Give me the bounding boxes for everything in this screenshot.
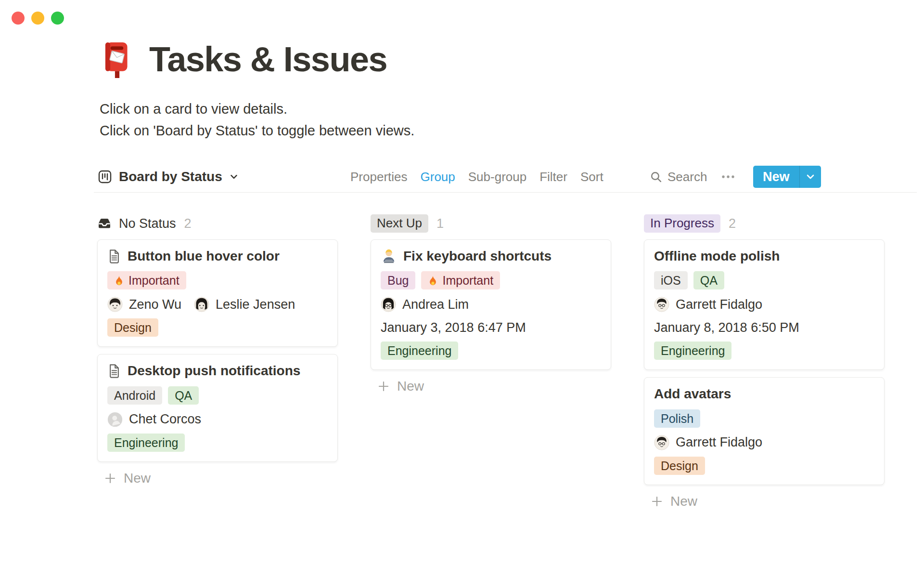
window-controls [12, 12, 64, 25]
person-name: Leslie Jensen [216, 297, 295, 312]
description-line: Click on 'Board by Status' to toggle bet… [100, 120, 414, 142]
view-switcher-board-by-status[interactable]: Board by Status [98, 162, 239, 192]
person-name: Garrett Fidalgo [676, 297, 762, 312]
tag-label: Bug [387, 273, 409, 288]
card-button-blue-hover-color[interactable]: Button blue hover color Important Zeno W… [97, 239, 338, 347]
due-date: January 3, 2018 6:47 PM [381, 320, 601, 335]
board-column-in-progress: In Progress 2 Offline mode polish iOS QA… [644, 214, 885, 509]
add-card-label: New [670, 494, 697, 509]
assignee-row: Garrett Fidalgo [654, 435, 874, 450]
tag-engineering: Engineering [654, 342, 732, 360]
close-window-button[interactable] [12, 12, 25, 25]
status-badge: Next Up [371, 214, 428, 233]
new-button-label[interactable]: New [753, 166, 799, 188]
assignee-row: Garrett Fidalgo [654, 297, 874, 312]
column-title: No Status [119, 216, 176, 231]
tag-row: Android QA [107, 386, 328, 405]
card-title: Offline mode polish [654, 248, 780, 265]
page-icon [107, 364, 121, 379]
avatar [381, 297, 396, 312]
person-name: Zeno Wu [129, 297, 181, 312]
tag-polish: Polish [654, 409, 700, 428]
person-name: Garrett Fidalgo [676, 435, 762, 450]
card-title: Fix keyboard shortcuts [403, 248, 552, 265]
column-count: 1 [436, 216, 444, 231]
tag-ios: iOS [654, 271, 688, 289]
card-offline-mode-polish[interactable]: Offline mode polish iOS QA Garrett Fidal… [644, 239, 885, 370]
avatar [107, 412, 123, 427]
add-card-button[interactable]: New [377, 379, 611, 394]
card-title: Button blue hover color [128, 248, 280, 265]
fire-icon [428, 275, 438, 286]
assignee-row: Chet Corcos [107, 412, 328, 427]
tag-label: Important [442, 273, 493, 288]
ellipsis-icon [720, 171, 736, 183]
tag-row: Engineering [107, 434, 328, 452]
assignee: Chet Corcos [107, 412, 201, 427]
zoom-window-button[interactable] [51, 12, 64, 25]
technologist-emoji-icon [381, 248, 397, 264]
plus-icon [651, 495, 663, 508]
avatar [107, 297, 123, 312]
tag-label: Design [661, 459, 698, 473]
page-title[interactable]: Tasks & Issues [149, 42, 387, 77]
assignee-row: Zeno Wu Leslie Jensen [107, 297, 328, 312]
column-count: 2 [729, 216, 736, 231]
tag-label: Android [114, 388, 155, 403]
card-fix-keyboard-shortcuts[interactable]: Fix keyboard shortcuts Bug Important And… [371, 239, 611, 370]
tag-row: Design [107, 318, 328, 337]
add-card-label: New [124, 471, 151, 486]
board-settings-menu: Properties Group Sub-group Filter Sort [350, 162, 603, 192]
tag-label: QA [175, 388, 192, 403]
tag-label: Polish [661, 411, 693, 426]
tag-engineering: Engineering [107, 434, 185, 452]
menu-item-properties[interactable]: Properties [350, 170, 408, 184]
assignee: Andrea Lim [381, 297, 469, 312]
assignee: Zeno Wu [107, 297, 181, 312]
chevron-down-icon[interactable] [799, 166, 821, 188]
person-name: Andrea Lim [402, 297, 469, 312]
tag-qa: QA [168, 386, 199, 405]
add-card-button[interactable]: New [104, 471, 338, 486]
new-button[interactable]: New [753, 166, 821, 188]
add-card-button[interactable]: New [651, 494, 885, 509]
minimize-window-button[interactable] [31, 12, 44, 25]
assignee-row: Andrea Lim [381, 297, 601, 312]
avatar [654, 435, 669, 450]
tag-row: Important [107, 271, 328, 289]
tag-label: Engineering [114, 435, 178, 450]
card-title: Add avatars [654, 385, 731, 403]
view-switcher-label: Board by Status [119, 169, 222, 184]
card-desktop-push-notifications[interactable]: Desktop push notifications Android QA Ch… [97, 354, 338, 461]
tag-row: iOS QA [654, 271, 874, 289]
view-toolbar: Board by Status Properties Group Sub-gro… [94, 162, 917, 193]
tag-important: Important [107, 271, 186, 289]
assignee: Garrett Fidalgo [654, 435, 762, 450]
column-header-no-status[interactable]: No Status 2 [97, 214, 338, 233]
status-badge: In Progress [644, 214, 720, 233]
column-header-in-progress[interactable]: In Progress 2 [644, 214, 885, 233]
postbox-icon [98, 40, 136, 78]
assignee: Garrett Fidalgo [654, 297, 762, 312]
menu-item-group[interactable]: Group [421, 170, 455, 184]
menu-item-filter[interactable]: Filter [539, 170, 567, 184]
tag-android: Android [107, 386, 162, 405]
more-options-button[interactable] [720, 162, 736, 192]
menu-item-sub-group[interactable]: Sub-group [468, 170, 526, 184]
column-header-next-up[interactable]: Next Up 1 [371, 214, 611, 233]
plus-icon [377, 380, 390, 393]
search-icon [650, 171, 663, 184]
assignee: Leslie Jensen [194, 297, 295, 312]
search-button[interactable]: Search [650, 162, 707, 192]
tag-bug: Bug [381, 271, 415, 289]
menu-item-sort[interactable]: Sort [580, 170, 603, 184]
page-header: Tasks & Issues [98, 40, 387, 78]
inbox-icon [97, 216, 112, 231]
search-label: Search [667, 170, 707, 184]
tag-design: Design [654, 457, 705, 475]
card-add-avatars[interactable]: Add avatars Polish Garrett Fidalgo Desig… [644, 377, 885, 485]
column-count: 2 [184, 216, 192, 231]
tag-label: Design [114, 320, 152, 335]
tag-label: iOS [661, 273, 681, 288]
avatar [194, 297, 209, 312]
